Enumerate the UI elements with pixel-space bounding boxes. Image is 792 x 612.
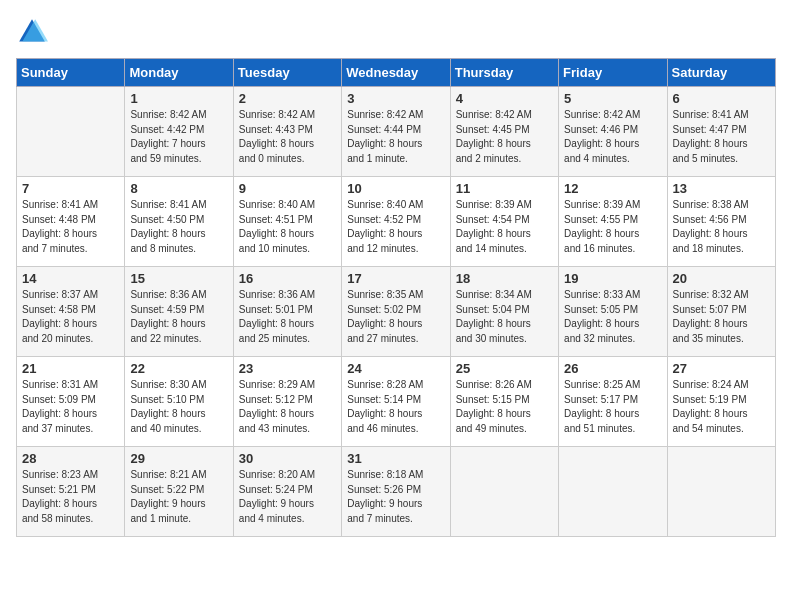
cell-content: Sunrise: 8:32 AMSunset: 5:07 PMDaylight:… (673, 288, 770, 346)
cell-content: Sunrise: 8:26 AMSunset: 5:15 PMDaylight:… (456, 378, 553, 436)
calendar-cell: 14Sunrise: 8:37 AMSunset: 4:58 PMDayligh… (17, 267, 125, 357)
calendar-cell (17, 87, 125, 177)
calendar-body: 1Sunrise: 8:42 AMSunset: 4:42 PMDaylight… (17, 87, 776, 537)
day-number: 21 (22, 361, 119, 376)
day-number: 1 (130, 91, 227, 106)
header-row: SundayMondayTuesdayWednesdayThursdayFrid… (17, 59, 776, 87)
day-number: 27 (673, 361, 770, 376)
calendar-cell: 5Sunrise: 8:42 AMSunset: 4:46 PMDaylight… (559, 87, 667, 177)
cell-content: Sunrise: 8:40 AMSunset: 4:51 PMDaylight:… (239, 198, 336, 256)
calendar-cell: 24Sunrise: 8:28 AMSunset: 5:14 PMDayligh… (342, 357, 450, 447)
calendar-week-row: 21Sunrise: 8:31 AMSunset: 5:09 PMDayligh… (17, 357, 776, 447)
day-number: 15 (130, 271, 227, 286)
day-number: 12 (564, 181, 661, 196)
calendar-table: SundayMondayTuesdayWednesdayThursdayFrid… (16, 58, 776, 537)
calendar-cell: 8Sunrise: 8:41 AMSunset: 4:50 PMDaylight… (125, 177, 233, 267)
calendar-cell (450, 447, 558, 537)
day-number: 29 (130, 451, 227, 466)
day-number: 10 (347, 181, 444, 196)
calendar-week-row: 14Sunrise: 8:37 AMSunset: 4:58 PMDayligh… (17, 267, 776, 357)
cell-content: Sunrise: 8:42 AMSunset: 4:42 PMDaylight:… (130, 108, 227, 166)
cell-content: Sunrise: 8:29 AMSunset: 5:12 PMDaylight:… (239, 378, 336, 436)
cell-content: Sunrise: 8:33 AMSunset: 5:05 PMDaylight:… (564, 288, 661, 346)
cell-content: Sunrise: 8:37 AMSunset: 4:58 PMDaylight:… (22, 288, 119, 346)
calendar-cell: 31Sunrise: 8:18 AMSunset: 5:26 PMDayligh… (342, 447, 450, 537)
calendar-cell: 1Sunrise: 8:42 AMSunset: 4:42 PMDaylight… (125, 87, 233, 177)
cell-content: Sunrise: 8:42 AMSunset: 4:46 PMDaylight:… (564, 108, 661, 166)
cell-content: Sunrise: 8:21 AMSunset: 5:22 PMDaylight:… (130, 468, 227, 526)
day-number: 16 (239, 271, 336, 286)
cell-content: Sunrise: 8:35 AMSunset: 5:02 PMDaylight:… (347, 288, 444, 346)
day-number: 7 (22, 181, 119, 196)
calendar-cell: 2Sunrise: 8:42 AMSunset: 4:43 PMDaylight… (233, 87, 341, 177)
day-number: 8 (130, 181, 227, 196)
calendar-cell (559, 447, 667, 537)
calendar-cell: 25Sunrise: 8:26 AMSunset: 5:15 PMDayligh… (450, 357, 558, 447)
cell-content: Sunrise: 8:20 AMSunset: 5:24 PMDaylight:… (239, 468, 336, 526)
calendar-week-row: 7Sunrise: 8:41 AMSunset: 4:48 PMDaylight… (17, 177, 776, 267)
calendar-cell: 19Sunrise: 8:33 AMSunset: 5:05 PMDayligh… (559, 267, 667, 357)
calendar-cell: 9Sunrise: 8:40 AMSunset: 4:51 PMDaylight… (233, 177, 341, 267)
day-number: 4 (456, 91, 553, 106)
calendar-cell: 4Sunrise: 8:42 AMSunset: 4:45 PMDaylight… (450, 87, 558, 177)
cell-content: Sunrise: 8:18 AMSunset: 5:26 PMDaylight:… (347, 468, 444, 526)
day-number: 24 (347, 361, 444, 376)
day-number: 3 (347, 91, 444, 106)
header-day-monday: Monday (125, 59, 233, 87)
day-number: 17 (347, 271, 444, 286)
cell-content: Sunrise: 8:28 AMSunset: 5:14 PMDaylight:… (347, 378, 444, 436)
calendar-cell: 7Sunrise: 8:41 AMSunset: 4:48 PMDaylight… (17, 177, 125, 267)
day-number: 28 (22, 451, 119, 466)
calendar-cell: 6Sunrise: 8:41 AMSunset: 4:47 PMDaylight… (667, 87, 775, 177)
calendar-cell: 3Sunrise: 8:42 AMSunset: 4:44 PMDaylight… (342, 87, 450, 177)
calendar-cell: 15Sunrise: 8:36 AMSunset: 4:59 PMDayligh… (125, 267, 233, 357)
day-number: 23 (239, 361, 336, 376)
day-number: 11 (456, 181, 553, 196)
logo (16, 16, 54, 48)
header-day-wednesday: Wednesday (342, 59, 450, 87)
cell-content: Sunrise: 8:40 AMSunset: 4:52 PMDaylight:… (347, 198, 444, 256)
day-number: 6 (673, 91, 770, 106)
calendar-week-row: 1Sunrise: 8:42 AMSunset: 4:42 PMDaylight… (17, 87, 776, 177)
calendar-cell: 28Sunrise: 8:23 AMSunset: 5:21 PMDayligh… (17, 447, 125, 537)
day-number: 22 (130, 361, 227, 376)
cell-content: Sunrise: 8:42 AMSunset: 4:45 PMDaylight:… (456, 108, 553, 166)
day-number: 13 (673, 181, 770, 196)
calendar-cell: 17Sunrise: 8:35 AMSunset: 5:02 PMDayligh… (342, 267, 450, 357)
day-number: 14 (22, 271, 119, 286)
day-number: 31 (347, 451, 444, 466)
calendar-header: SundayMondayTuesdayWednesdayThursdayFrid… (17, 59, 776, 87)
cell-content: Sunrise: 8:42 AMSunset: 4:43 PMDaylight:… (239, 108, 336, 166)
calendar-cell (667, 447, 775, 537)
cell-content: Sunrise: 8:31 AMSunset: 5:09 PMDaylight:… (22, 378, 119, 436)
day-number: 26 (564, 361, 661, 376)
calendar-cell: 13Sunrise: 8:38 AMSunset: 4:56 PMDayligh… (667, 177, 775, 267)
calendar-cell: 11Sunrise: 8:39 AMSunset: 4:54 PMDayligh… (450, 177, 558, 267)
cell-content: Sunrise: 8:38 AMSunset: 4:56 PMDaylight:… (673, 198, 770, 256)
logo-icon (16, 16, 48, 48)
cell-content: Sunrise: 8:41 AMSunset: 4:50 PMDaylight:… (130, 198, 227, 256)
calendar-cell: 22Sunrise: 8:30 AMSunset: 5:10 PMDayligh… (125, 357, 233, 447)
cell-content: Sunrise: 8:36 AMSunset: 5:01 PMDaylight:… (239, 288, 336, 346)
calendar-cell: 21Sunrise: 8:31 AMSunset: 5:09 PMDayligh… (17, 357, 125, 447)
calendar-cell: 30Sunrise: 8:20 AMSunset: 5:24 PMDayligh… (233, 447, 341, 537)
day-number: 9 (239, 181, 336, 196)
cell-content: Sunrise: 8:25 AMSunset: 5:17 PMDaylight:… (564, 378, 661, 436)
cell-content: Sunrise: 8:34 AMSunset: 5:04 PMDaylight:… (456, 288, 553, 346)
cell-content: Sunrise: 8:41 AMSunset: 4:47 PMDaylight:… (673, 108, 770, 166)
calendar-cell: 18Sunrise: 8:34 AMSunset: 5:04 PMDayligh… (450, 267, 558, 357)
calendar-cell: 12Sunrise: 8:39 AMSunset: 4:55 PMDayligh… (559, 177, 667, 267)
day-number: 20 (673, 271, 770, 286)
cell-content: Sunrise: 8:39 AMSunset: 4:55 PMDaylight:… (564, 198, 661, 256)
calendar-cell: 27Sunrise: 8:24 AMSunset: 5:19 PMDayligh… (667, 357, 775, 447)
cell-content: Sunrise: 8:30 AMSunset: 5:10 PMDaylight:… (130, 378, 227, 436)
cell-content: Sunrise: 8:39 AMSunset: 4:54 PMDaylight:… (456, 198, 553, 256)
header-day-saturday: Saturday (667, 59, 775, 87)
cell-content: Sunrise: 8:23 AMSunset: 5:21 PMDaylight:… (22, 468, 119, 526)
calendar-cell: 23Sunrise: 8:29 AMSunset: 5:12 PMDayligh… (233, 357, 341, 447)
day-number: 18 (456, 271, 553, 286)
calendar-cell: 26Sunrise: 8:25 AMSunset: 5:17 PMDayligh… (559, 357, 667, 447)
calendar-cell: 16Sunrise: 8:36 AMSunset: 5:01 PMDayligh… (233, 267, 341, 357)
day-number: 5 (564, 91, 661, 106)
calendar-week-row: 28Sunrise: 8:23 AMSunset: 5:21 PMDayligh… (17, 447, 776, 537)
